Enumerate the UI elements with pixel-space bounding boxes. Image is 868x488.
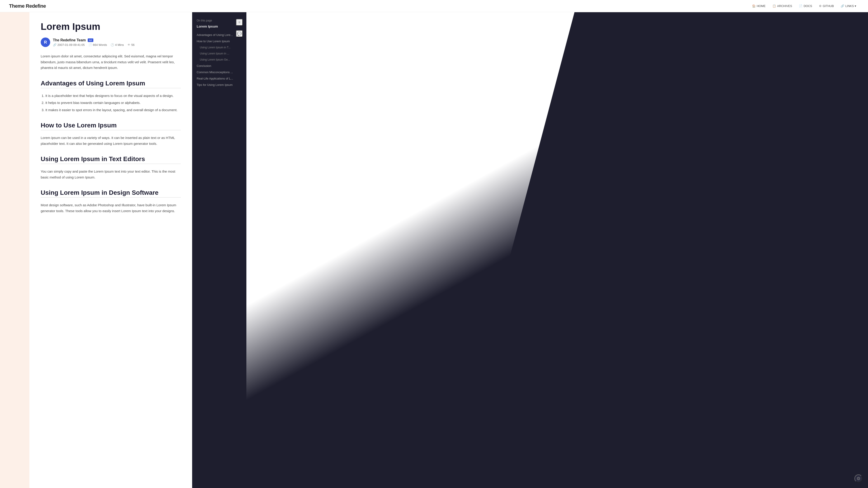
meta-words: 📄 664 Words (88, 43, 107, 46)
toc-design-software[interactable]: Using Lorem Ipsum in ... (197, 51, 242, 57)
nav-link-links[interactable]: 🔗LINKS ▾ (838, 3, 859, 9)
page-wrapper: Lorem Ipsum R The Redefine Team lol 🔗 20… (0, 12, 868, 488)
section-how-to-use: How to Use Lorem IpsumLorem ipsum can be… (41, 122, 181, 147)
toc-sidebar: ≡ 💬 On this page Lorem Ipsum Advantages … (192, 12, 246, 488)
nav-link-github[interactable]: ⚙GITHUB (816, 3, 837, 9)
clock-icon: 🕐 (111, 43, 114, 46)
toc-list-icon-btn[interactable]: ≡ (236, 19, 243, 26)
toc-conclusion[interactable]: Conclusion (197, 63, 242, 69)
author-name: The Redefine Team (53, 38, 86, 42)
list-item: 1. It is a placeholder text that helps d… (41, 93, 181, 99)
calendar-icon: 🔗 (53, 43, 57, 46)
toc-comment-icon-btn[interactable]: 💬 (236, 30, 243, 37)
archives-icon: 📋 (772, 4, 776, 8)
author-badge: lol (88, 38, 93, 42)
toc-items: Advantages of Using Lore...How to Use Lo… (197, 32, 242, 88)
links-icon: 🔗 (841, 4, 844, 8)
navbar: Theme Redefine 🏠HOME📋ARCHIVES📄DOCS⚙GITHU… (0, 0, 868, 12)
intro-paragraph: Lorem ipsum dolor sit amet, consectetur … (41, 53, 181, 71)
left-sidebar (0, 12, 29, 488)
toc-how-to-use[interactable]: How to Use Lorem Ipsum (197, 38, 242, 44)
author-name-row: The Redefine Team lol (53, 38, 134, 42)
nav-links: 🏠HOME📋ARCHIVES📄DOCS⚙GITHUB🔗LINKS ▾ (749, 3, 859, 9)
toc-tips[interactable]: Tips for Using Lorem Ipsum (197, 82, 242, 88)
home-icon: 🏠 (752, 4, 756, 8)
toc-real-life[interactable]: Real-Life Applications of L... (197, 75, 242, 82)
content-area: Lorem Ipsum R The Redefine Team lol 🔗 20… (29, 12, 868, 488)
author-row: R The Redefine Team lol 🔗 2007-01-09 09:… (41, 37, 181, 47)
toc-misconceptions[interactable]: Common Misconceptions ... (197, 69, 242, 75)
author-info: The Redefine Team lol 🔗 2007-01-09 09:41… (53, 38, 134, 46)
toc-advantages[interactable]: Advantages of Using Lore... (197, 32, 242, 38)
eye-icon: 👁 (127, 43, 130, 46)
section-text-editors: Using Lorem Ipsum in Text EditorsYou can… (41, 156, 181, 180)
section-design-software: Using Lorem Ipsum in Design SoftwareMost… (41, 189, 181, 214)
nav-link-archives[interactable]: 📋ARCHIVES (770, 3, 795, 9)
docs-icon: 📄 (799, 4, 802, 8)
section-advantages: Advantages of Using Lorem Ipsum1. It is … (41, 80, 181, 113)
section-heading-design-software: Using Lorem Ipsum in Design Software (41, 189, 181, 198)
section-heading-advantages: Advantages of Using Lorem Ipsum (41, 80, 181, 88)
list-item: 3. It makes it easier to spot errors in … (41, 107, 181, 113)
avatar: R (41, 37, 50, 47)
list-icon: ≡ (238, 20, 240, 24)
section-heading-how-to-use: How to Use Lorem Ipsum (41, 122, 181, 130)
github-icon: ⚙ (819, 4, 822, 8)
sidebar-icons: ≡ 💬 (236, 19, 243, 37)
nav-link-home[interactable]: 🏠HOME (749, 3, 768, 9)
section-text-text-editors: You can simply copy and paste the Lorem … (41, 168, 181, 180)
meta-views: 👁 56 (127, 43, 134, 46)
main-and-sidebar: Lorem Ipsum R The Redefine Team lol 🔗 20… (29, 12, 868, 488)
nav-link-docs[interactable]: 📄DOCS (796, 3, 815, 9)
toc-on-this-page: On this page (197, 19, 242, 22)
comment-icon: 💬 (237, 32, 242, 36)
section-text-design-software: Most design software, such as Adobe Phot… (41, 202, 181, 214)
list-item: 2. It helps to prevent bias towards cert… (41, 100, 181, 106)
section-text-how-to-use: Lorem ipsum can be used in a variety of … (41, 135, 181, 147)
article-sections: Advantages of Using Lorem Ipsum1. It is … (41, 80, 181, 214)
article-title: Lorem Ipsum (41, 21, 181, 32)
list-advantages: 1. It is a placeholder text that helps d… (41, 93, 181, 113)
meta-read-time: 🕐 4 Mins (111, 43, 124, 46)
meta-date: 🔗 2007-01-09 09:41:05 (53, 43, 85, 46)
meta-row: 🔗 2007-01-09 09:41:05 📄 664 Words 🕐 4 Mi… (53, 43, 134, 46)
toc-title: Lorem Ipsum (197, 24, 242, 28)
nav-brand: Theme Redefine (9, 3, 46, 9)
toc-text-editors[interactable]: Using Lorem Ipsum in T... (197, 44, 242, 51)
main-content: Lorem Ipsum R The Redefine Team lol 🔗 20… (29, 12, 192, 488)
section-heading-text-editors: Using Lorem Ipsum in Text Editors (41, 156, 181, 164)
file-icon: 📄 (88, 43, 92, 46)
toc-generators[interactable]: Using Lorem Ipsum Ge... (197, 57, 242, 63)
